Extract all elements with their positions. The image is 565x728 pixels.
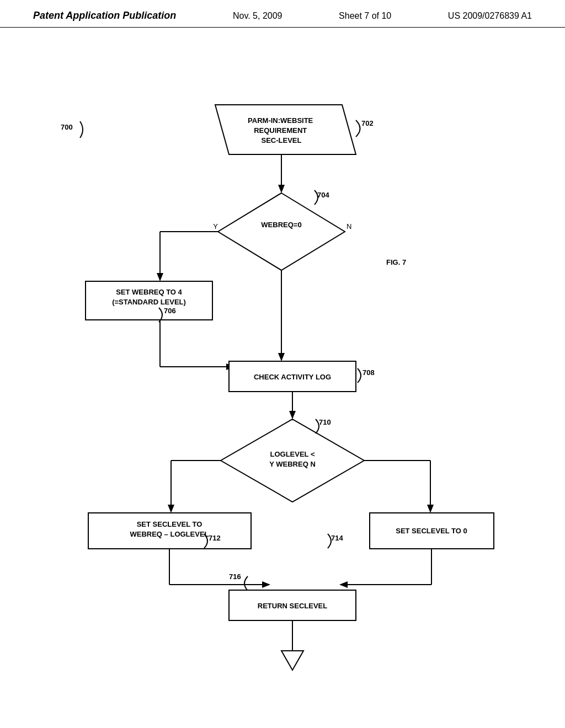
- arrowhead-y: [168, 505, 174, 513]
- label-708: 708: [363, 368, 375, 377]
- bracket-702: [356, 120, 360, 137]
- arrowhead-seclevel: [262, 581, 270, 588]
- text-loglevel-1: LOGLEVEL <: [270, 450, 315, 458]
- arrowhead-1: [278, 185, 285, 193]
- terminal-arrow: [281, 651, 303, 670]
- bracket-716: [244, 576, 248, 591]
- arrowhead-n: [427, 505, 434, 513]
- text-y-webreq: Y: [213, 222, 218, 231]
- label-710: 710: [319, 418, 331, 426]
- arrowhead-left: [157, 273, 163, 281]
- bracket-700: [80, 121, 83, 138]
- publication-title: Patent Application Publication: [33, 10, 176, 22]
- label-714: 714: [331, 534, 343, 542]
- text-set-webreq-1: SET WEBREQ TO 4: [116, 288, 182, 296]
- label-706: 706: [164, 307, 176, 315]
- text-check-activity: CHECK ACTIVITY LOG: [254, 373, 331, 381]
- patent-number: US 2009/0276839 A1: [448, 11, 532, 21]
- text-set-seclevel-1: SET SECLEVEL TO: [137, 520, 202, 528]
- arrowhead-activity: [289, 411, 296, 419]
- label-700: 700: [61, 123, 73, 131]
- text-n-webreq: N: [347, 222, 351, 231]
- arrowhead-seclevel0: [339, 581, 348, 588]
- text-return: RETURN SECLEVEL: [258, 602, 327, 610]
- text-set-webreq-2: (=STANDARD LEVEL): [112, 298, 186, 306]
- figure-label: FIG. 7: [386, 258, 406, 266]
- label-702: 702: [361, 119, 374, 127]
- label-712: 712: [209, 534, 221, 542]
- text-set-seclevel-0: SET SECLEVEL TO 0: [396, 527, 467, 535]
- text-webreq: WEBREQ=0: [261, 221, 301, 229]
- flowchart-svg: FIG. 7 700 PARM-IN:WEBSITE REQUIREMENT S…: [0, 28, 565, 722]
- label-716: 716: [229, 572, 241, 581]
- diamond-webreq: [218, 193, 345, 270]
- label-704: 704: [317, 191, 329, 199]
- bracket-708: [358, 368, 361, 383]
- diagram-area: FIG. 7 700 PARM-IN:WEBSITE REQUIREMENT S…: [0, 28, 565, 722]
- sheet-info: Sheet 7 of 10: [339, 11, 391, 21]
- text-set-seclevel-2: WEBREQ – LOGLEVEL: [130, 530, 209, 538]
- arrowhead-diamond-down: [278, 353, 285, 361]
- text-loglevel-2: Y WEBREQ N: [269, 460, 316, 468]
- publication-date: Nov. 5, 2009: [233, 11, 282, 21]
- page-header: Patent Application Publication Nov. 5, 2…: [0, 0, 565, 28]
